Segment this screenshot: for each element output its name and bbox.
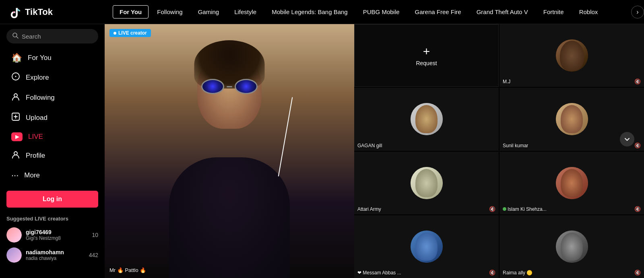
cell-mic-attari: 🔇 bbox=[489, 206, 495, 212]
cell-mic-sunil: 🔇 bbox=[634, 142, 641, 148]
search-placeholder: Search bbox=[22, 33, 41, 40]
status-dot-islam bbox=[503, 207, 506, 211]
explore-icon bbox=[11, 72, 20, 83]
login-button[interactable]: Log in bbox=[6, 191, 98, 208]
home-icon: 🏠 bbox=[11, 53, 22, 63]
cell-name-attari: Attari Army bbox=[357, 206, 381, 212]
following-icon bbox=[11, 92, 20, 103]
svg-point-5 bbox=[14, 94, 17, 97]
sidebar-label-live: LIVE bbox=[28, 133, 43, 141]
profile-icon bbox=[11, 150, 20, 161]
sidebar-label-following: Following bbox=[26, 94, 55, 102]
grid-cell-mj[interactable]: M.J 🔇 bbox=[500, 24, 644, 87]
sidebar-label-profile: Profile bbox=[26, 152, 45, 160]
logo-text: TikTok bbox=[25, 7, 53, 17]
request-plus-icon: + bbox=[423, 45, 430, 58]
live-icon: ▶ bbox=[11, 132, 23, 141]
upload-icon bbox=[11, 112, 20, 124]
sidebar-label-for-you: For You bbox=[28, 54, 52, 62]
nav-tab-lifestyle[interactable]: Lifestyle bbox=[227, 5, 263, 19]
search-bar[interactable]: Search bbox=[6, 29, 98, 43]
search-icon bbox=[12, 32, 19, 40]
nav-tabs: For YouFollowingGamingLifestyleMobile Le… bbox=[113, 5, 631, 19]
nav-tab-roblox[interactable]: Roblox bbox=[572, 5, 605, 19]
grid-avatar-messam bbox=[411, 231, 443, 263]
sidebar-item-profile[interactable]: Profile bbox=[3, 146, 101, 165]
cell-name-sunil: Sunil kumar bbox=[503, 143, 528, 148]
nav-tab-fortnite[interactable]: Fortnite bbox=[537, 5, 571, 19]
sidebar-item-upload[interactable]: Upload bbox=[3, 108, 101, 128]
cell-name-islam: Islam Ki Shehza... bbox=[503, 206, 547, 212]
live-participants-grid: + Request M.J 🔇 GAGAN gil bbox=[354, 24, 644, 278]
live-dot bbox=[114, 32, 116, 35]
more-icon: ··· bbox=[11, 170, 19, 181]
creator-info-gigi: gigi76469 Gigi's Nestzmg8 bbox=[26, 229, 88, 241]
cell-mic-mj: 🔇 bbox=[634, 78, 641, 84]
nav-tab-gaming[interactable]: Gaming bbox=[191, 5, 226, 19]
nav-tab-following[interactable]: Following bbox=[150, 5, 189, 19]
grid-avatar-islam bbox=[556, 167, 588, 199]
logo-area: TikTok bbox=[8, 5, 113, 19]
creator-count-gigi: 10 bbox=[92, 232, 98, 238]
grid-avatar-gagan bbox=[411, 103, 443, 135]
nav-tab-for-you[interactable]: For You bbox=[113, 5, 149, 19]
video-panel: LIVE creator Mr 🔥 Patt bbox=[105, 24, 354, 278]
sidebar-item-following[interactable]: Following bbox=[3, 88, 101, 107]
sidebar-label-more: More bbox=[24, 171, 40, 179]
live-creator-badge: LIVE creator bbox=[109, 29, 151, 37]
nav-tab-grand-theft-auto-v[interactable]: Grand Theft Auto V bbox=[470, 5, 535, 19]
live-badge-text: LIVE creator bbox=[118, 30, 147, 36]
sidebar-label-explore: Explore bbox=[26, 74, 49, 82]
nav-more-button[interactable]: › bbox=[631, 6, 644, 19]
sidebar-item-explore[interactable]: Explore bbox=[3, 68, 101, 87]
video-placeholder bbox=[105, 24, 354, 278]
cell-name-messam: ❤ Messam Abbas ... bbox=[357, 270, 401, 276]
svg-point-4 bbox=[15, 76, 17, 77]
sidebar-item-live[interactable]: ▶ LIVE bbox=[3, 128, 101, 145]
request-label: Request bbox=[416, 60, 437, 66]
content-area: LIVE creator Mr 🔥 Patt bbox=[105, 24, 644, 278]
grid-avatar-attari bbox=[411, 167, 443, 199]
cell-mic-raima: 🔇 bbox=[634, 270, 641, 276]
creator-username-gigi: gigi76469 bbox=[26, 229, 88, 235]
creator-item-gigi[interactable]: gigi76469 Gigi's Nestzmg8 10 bbox=[6, 225, 98, 245]
creator-handle-gigi: Gigi's Nestzmg8 bbox=[26, 235, 88, 241]
cell-name-gagan: GAGAN gill bbox=[357, 143, 382, 148]
grid-cell-gagan[interactable]: GAGAN gill bbox=[354, 88, 499, 150]
creator-count-nadia: 442 bbox=[89, 252, 98, 258]
suggested-creators-section: Suggested LIVE creators gigi76469 Gigi's… bbox=[0, 212, 105, 267]
svg-point-9 bbox=[14, 152, 17, 155]
grid-cell-attari[interactable]: Attari Army 🔇 bbox=[354, 152, 499, 214]
sidebar-item-for-you[interactable]: 🏠 For You bbox=[3, 49, 101, 67]
cell-name-mj: M.J bbox=[503, 79, 510, 84]
grid-cell-request[interactable]: + Request bbox=[354, 24, 499, 87]
top-navigation: TikTok For YouFollowingGamingLifestyleMo… bbox=[0, 0, 644, 24]
grid-avatar-mj bbox=[556, 39, 588, 72]
grid-cell-messam[interactable]: ❤ Messam Abbas ... 🔇 bbox=[354, 215, 499, 278]
tiktok-logo-icon bbox=[8, 5, 22, 19]
scroll-down-button[interactable] bbox=[620, 132, 634, 146]
video-caption: Mr 🔥 Pattlo 🔥 bbox=[109, 267, 146, 273]
main-layout: Search 🏠 For You Explore Following bbox=[0, 24, 644, 278]
creator-info-nadia: nadiamohamn nadia chawiya bbox=[26, 249, 85, 261]
suggested-title: Suggested LIVE creators bbox=[6, 216, 98, 222]
sidebar-item-more[interactable]: ··· More bbox=[3, 166, 101, 185]
nav-tab-mobile-legends--bang-bang[interactable]: Mobile Legends: Bang Bang bbox=[265, 5, 354, 19]
creator-item-nadia[interactable]: nadiamohamn nadia chawiya 442 bbox=[6, 245, 98, 265]
sidebar: Search 🏠 For You Explore Following bbox=[0, 24, 105, 278]
creator-avatar-nadia bbox=[6, 247, 22, 263]
grid-cell-islam[interactable]: Islam Ki Shehza... 🔇 bbox=[500, 152, 644, 214]
creator-avatar-gigi bbox=[6, 227, 22, 243]
cell-mic-messam: 🔇 bbox=[489, 270, 495, 276]
creator-username-nadia: nadiamohamn bbox=[26, 249, 85, 255]
cell-mic-islam: 🔇 bbox=[634, 206, 641, 212]
sidebar-label-upload: Upload bbox=[26, 114, 47, 122]
grid-avatar-sunil bbox=[556, 103, 588, 135]
nav-tab-garena-free-fire[interactable]: Garena Free Fire bbox=[408, 5, 468, 19]
nav-tab-pubg-mobile[interactable]: PUBG Mobile bbox=[356, 5, 407, 19]
grid-avatar-raima bbox=[556, 231, 588, 263]
svg-line-2 bbox=[17, 37, 18, 38]
cell-name-raima: Raima ally 🟡 bbox=[503, 270, 533, 276]
grid-cell-raima[interactable]: Raima ally 🟡 🔇 bbox=[500, 215, 644, 278]
creator-handle-nadia: nadia chawiya bbox=[26, 255, 85, 261]
